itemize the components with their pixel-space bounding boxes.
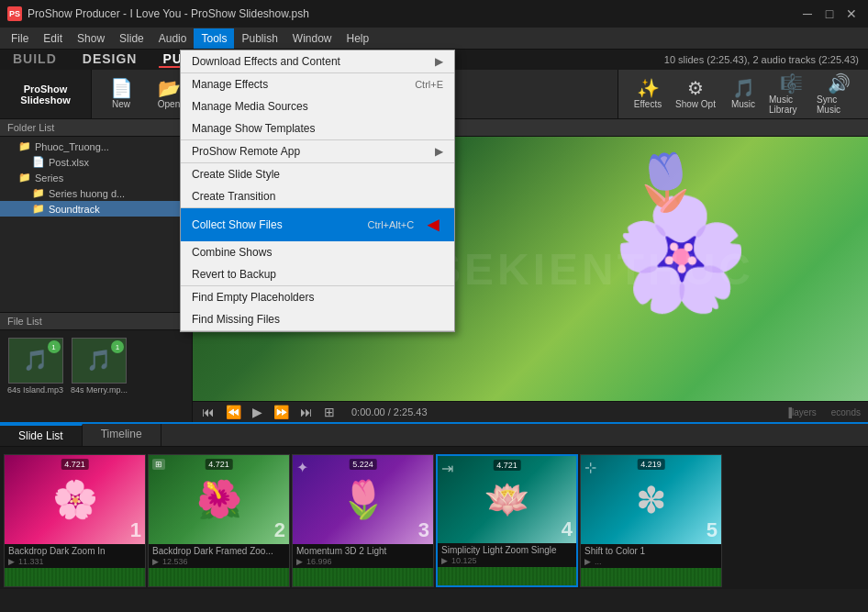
play-icon-5: ▶	[584, 557, 591, 566]
slide-duration-4: ▶ 10.125	[441, 556, 573, 565]
show-opt-icon: ⚙	[687, 79, 704, 97]
new-icon: 📄	[110, 79, 133, 97]
design-button[interactable]: DESIGN	[79, 51, 141, 68]
build-button[interactable]: BUILD	[9, 51, 61, 68]
ctrl-fullscreen[interactable]: ⊞	[322, 405, 337, 419]
effects-icon: ✨	[637, 79, 660, 97]
slide-item-1[interactable]: 🌸 4.721 1 Backdrop Dark Zoom In ▶ 11.331	[4, 454, 146, 587]
slide-duration-3: ▶ 16.996	[296, 557, 429, 566]
folder-item-phuoc[interactable]: 📁 Phuoc_Truong...	[0, 139, 192, 154]
menu-find-empty[interactable]: Find Empty Placeholders	[181, 286, 454, 308]
preview-bud: 🌷	[631, 150, 705, 223]
menu-combine-shows[interactable]: Combine Shows	[181, 241, 454, 263]
menu-manage-templates[interactable]: Manage Show Templates	[181, 117, 454, 139]
audio-bar-5	[581, 568, 721, 586]
tab-timeline[interactable]: Timeline	[83, 424, 161, 446]
folder-icon: 📁	[18, 140, 31, 152]
menu-manage-effects[interactable]: Manage Effects Ctrl+E	[181, 73, 454, 95]
logo-area: ProShow Slideshow	[0, 70, 92, 118]
slide-name-3: Momentum 3D 2 Light	[296, 546, 429, 556]
menu-find-missing[interactable]: Find Missing Files	[181, 308, 454, 330]
slide-thumb-3: 🌷 5.224 ✦ 3	[293, 455, 433, 544]
file-thumb-2[interactable]: 🎵 1 84s Merry.mp...	[71, 338, 128, 415]
menu-download-effects[interactable]: Download Effects and Content ▶	[181, 50, 454, 72]
menu-manage-media[interactable]: Manage Media Sources	[181, 95, 454, 117]
open-icon: 📂	[158, 79, 181, 97]
window-title: ProShow Producer - I Love You - ProShow …	[28, 7, 309, 20]
play-icon-4: ▶	[441, 556, 448, 565]
audio-bar-3	[293, 568, 433, 586]
file-badge-2: 1	[111, 340, 124, 353]
slide-icon-4: ⇥	[441, 460, 453, 477]
close-button[interactable]: ✕	[842, 5, 861, 23]
folder-item-series-huong[interactable]: 📁 Series huong d...	[0, 185, 192, 201]
seconds-label: econds	[831, 407, 861, 417]
menu-slide[interactable]: Slide	[112, 28, 151, 49]
red-arrow-icon: ◄	[423, 213, 443, 237]
sync-music-button[interactable]: 🔊 Sync Music	[817, 73, 861, 116]
menu-revert-backup[interactable]: Revert to Backup	[181, 263, 454, 285]
audio-wave-5	[581, 568, 721, 586]
menu-collect-show-files[interactable]: Collect Show Files Ctrl+Alt+C ◄	[181, 208, 454, 241]
menu-show[interactable]: Show	[70, 28, 112, 49]
menu-section-2: Manage Effects Ctrl+E Manage Media Sourc…	[181, 73, 454, 140]
folder-item-soundtrack[interactable]: 📁 Soundtrack	[0, 201, 192, 217]
music-icon: 🎵	[732, 79, 755, 97]
slide-item-5[interactable]: ✽ 4.219 ⊹ 5 Shift to Color 1 ▶ ...	[580, 454, 722, 587]
menu-section-1: Download Effects and Content ▶	[181, 50, 454, 73]
submenu-arrow-2: ▶	[435, 145, 443, 158]
music-label: Music	[731, 99, 755, 109]
show-opt-label: Show Opt	[675, 99, 716, 109]
audio-wave-2	[149, 568, 289, 586]
slide-num-3: 3	[418, 518, 429, 542]
tab-slide-list[interactable]: Slide List	[0, 424, 83, 446]
menu-publish[interactable]: Publish	[234, 28, 284, 49]
time-display: 0:00.00 / 2:25.43	[351, 406, 428, 417]
menu-edit[interactable]: Edit	[36, 28, 70, 49]
show-opt-button[interactable]: ⚙ Show Opt	[673, 73, 718, 116]
menu-tools[interactable]: Tools	[194, 28, 234, 49]
ctrl-forward[interactable]: ⏩	[272, 405, 291, 419]
slide-transition-badge-5: 4.219	[637, 459, 665, 470]
ctrl-skip-fwd[interactable]: ⏭	[298, 405, 315, 419]
menu-proshow-remote[interactable]: ProShow Remote App ▶	[181, 140, 454, 162]
tools-menu: Download Effects and Content ▶ Manage Ef…	[180, 50, 455, 332]
menu-create-slide-style[interactable]: Create Slide Style	[181, 163, 454, 185]
folder-item-post[interactable]: 📄 Post.xlsx	[0, 154, 192, 170]
open-label: Open	[158, 99, 180, 109]
slide-name-1: Backdrop Dark Zoom In	[8, 546, 141, 556]
slide-footer-5: Shift to Color 1 ▶ ...	[581, 544, 721, 568]
ctrl-rewind[interactable]: ⏪	[224, 405, 243, 419]
effects-button[interactable]: ✨ Effects	[626, 73, 670, 116]
file-thumb-img-1: 🎵 1	[8, 338, 63, 384]
menu-section-6: Find Empty Placeholders Find Missing Fil…	[181, 286, 454, 331]
slide-num-1: 1	[130, 518, 141, 542]
music-library-button[interactable]: 🎼 Music Library	[769, 73, 813, 116]
menu-window[interactable]: Window	[285, 28, 339, 49]
minimize-button[interactable]: ─	[798, 5, 817, 23]
menu-create-transition[interactable]: Create Transition	[181, 185, 454, 207]
file-label-1: 64s Island.mp3	[7, 385, 63, 395]
app-icon: PS	[7, 6, 22, 21]
file-icon: 📄	[32, 156, 45, 168]
audio-bar-1	[5, 568, 145, 586]
new-button[interactable]: 📄 New	[99, 73, 143, 116]
music-button[interactable]: 🎵 Music	[721, 73, 765, 116]
file-thumb-1[interactable]: 🎵 1 64s Island.mp3	[7, 338, 63, 415]
maximize-button[interactable]: □	[820, 5, 839, 23]
ctrl-skip-back[interactable]: ⏮	[200, 405, 217, 419]
menu-help[interactable]: Help	[339, 28, 377, 49]
slide-item-3[interactable]: 🌷 5.224 ✦ 3 Momentum 3D 2 Light ▶ 16.996	[292, 454, 434, 587]
preview-controls: ⏮ ⏪ ▶ ⏩ ⏭ ⊞ 0:00.00 / 2:25.43 ▐layers ec…	[193, 401, 868, 422]
slide-thumb-4: 🪷 4.721 ⇥ 4	[438, 456, 576, 543]
slide-item-4[interactable]: 🪷 4.721 ⇥ 4 Simplicity Light Zoom Single…	[436, 454, 578, 587]
slide-footer-3: Momentum 3D 2 Light ▶ 16.996	[293, 544, 433, 568]
slide-item-2[interactable]: 🌺 4.721 ⊞ 2 Backdrop Dark Framed Zoo... …	[148, 454, 290, 587]
folder-item-series[interactable]: 📁 Series	[0, 170, 192, 185]
menu-audio[interactable]: Audio	[151, 28, 195, 49]
audio-bar-4	[438, 567, 576, 585]
ctrl-play[interactable]: ▶	[250, 405, 264, 419]
slide-thumb-5: ✽ 4.219 ⊹ 5	[581, 455, 721, 544]
slide-num-4: 4	[562, 517, 573, 541]
menu-file[interactable]: File	[4, 28, 36, 49]
